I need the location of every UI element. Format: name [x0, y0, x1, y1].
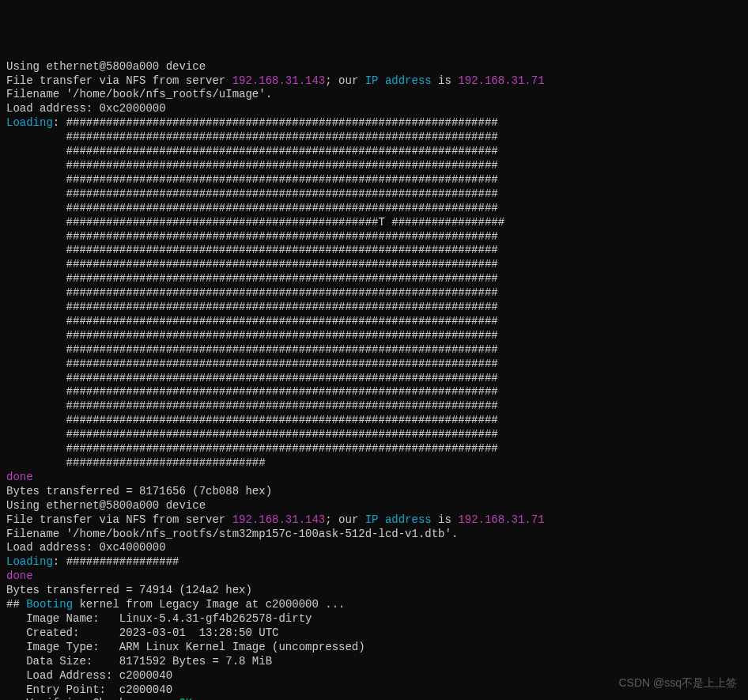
progress-hashes: ########################################…: [66, 116, 498, 129]
progress-hashes: ##############################: [6, 456, 266, 469]
progress-hashes: ########################################…: [6, 442, 498, 455]
progress-hashes: ########################################…: [6, 216, 504, 229]
done-label: done: [6, 569, 33, 582]
client-ip: 192.168.31.71: [458, 513, 544, 526]
progress-hashes: ########################################…: [6, 343, 498, 356]
bytes-transferred-line: Bytes transferred = 8171656 (7cb088 hex): [6, 485, 272, 498]
load-address-line: Load address: 0xc2000000: [6, 102, 166, 115]
nfs-prefix: File transfer via NFS from server: [6, 74, 232, 87]
load-address-line: Load address: 0xc4000000: [6, 541, 166, 554]
ip-address-label: IP address: [365, 74, 432, 87]
nfs-mid: is: [432, 74, 459, 87]
image-type-line: Image Type: ARM Linux Kernel Image (unco…: [6, 641, 365, 653]
progress-hashes: ########################################…: [6, 385, 498, 398]
progress-hashes: ########################################…: [6, 286, 498, 299]
verify-checksum-label: Verifying Checksum ...: [6, 697, 179, 700]
boot-prefix: ##: [6, 598, 26, 611]
terminal-output: Using ethernet@5800a000 deviceFile trans…: [6, 60, 742, 700]
progress-hashes: ########################################…: [6, 159, 498, 172]
progress-hashes: #################: [66, 555, 179, 568]
progress-hashes: ########################################…: [6, 230, 498, 243]
progress-hashes: ########################################…: [6, 258, 498, 271]
progress-hashes: ########################################…: [6, 244, 498, 256]
loading-label: Loading: [6, 116, 53, 129]
boot-rest: kernel from Legacy Image at c2000000 ...: [73, 598, 345, 611]
booting-label: Booting: [26, 598, 73, 611]
loading-label: Loading: [6, 555, 53, 568]
progress-hashes: ########################################…: [6, 414, 498, 426]
entry-point-line: Entry Point: c2000040: [6, 683, 172, 696]
progress-hashes: ########################################…: [6, 131, 498, 143]
nfs-sep: ; our: [325, 74, 365, 87]
server-ip: 192.168.31.143: [232, 74, 326, 87]
ip-address-label: IP address: [365, 513, 432, 526]
server-ip: 192.168.31.143: [232, 513, 326, 526]
load-address-field: Load Address: c2000040: [6, 669, 172, 682]
image-name-line: Image Name: Linux-5.4.31-gf4b262578-dirt…: [6, 612, 312, 625]
progress-hashes: ########################################…: [6, 145, 498, 157]
colon: :: [53, 555, 66, 568]
progress-hashes: ########################################…: [6, 329, 498, 342]
progress-hashes: ########################################…: [6, 272, 498, 285]
created-line: Created: 2023-03-01 13:28:50 UTC: [6, 626, 278, 639]
verify-ok: OK: [179, 697, 192, 700]
watermark: CSDN @ssq不是上上签: [618, 676, 737, 691]
progress-hashes: ########################################…: [6, 187, 498, 200]
filename-line: Filename '/home/book/nfs_rootfs/stm32mp1…: [6, 528, 458, 540]
progress-hashes: ########################################…: [6, 301, 498, 313]
client-ip: 192.168.31.71: [458, 74, 544, 87]
nfs-mid: is: [432, 513, 459, 526]
progress-hashes: ########################################…: [6, 399, 498, 412]
data-size-line: Data Size: 8171592 Bytes = 7.8 MiB: [6, 655, 272, 668]
eth-device-line: Using ethernet@5800a000 device: [6, 499, 206, 512]
colon: :: [53, 116, 66, 129]
filename-line: Filename '/home/book/nfs_rootfs/uImage'.: [6, 88, 272, 100]
nfs-prefix: File transfer via NFS from server: [6, 513, 232, 526]
progress-hashes: ########################################…: [6, 428, 498, 441]
done-label: done: [6, 471, 33, 483]
progress-hashes: ########################################…: [6, 372, 498, 384]
progress-hashes: ########################################…: [6, 358, 498, 370]
nfs-sep: ; our: [325, 513, 365, 526]
eth-device-line: Using ethernet@5800a000 device: [6, 60, 206, 73]
progress-hashes: ########################################…: [6, 173, 498, 186]
progress-hashes: ########################################…: [6, 202, 498, 214]
progress-hashes: ########################################…: [6, 315, 498, 327]
bytes-transferred-line: Bytes transferred = 74914 (124a2 hex): [6, 584, 252, 596]
